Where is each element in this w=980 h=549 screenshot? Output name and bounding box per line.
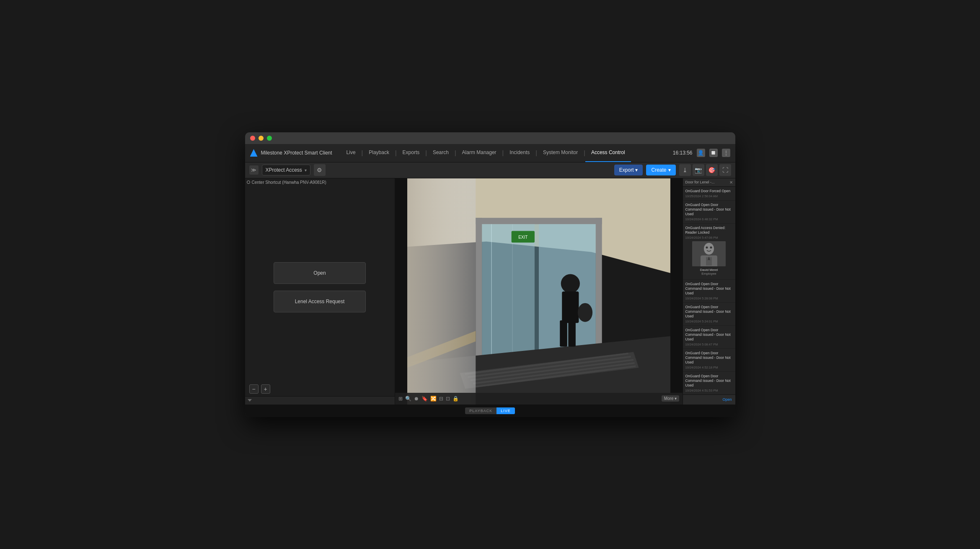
event-time: 10/24/2024 6:48:32 PM bbox=[685, 217, 733, 221]
right-events-panel: Door for Lenel -... ✕ OnGuard Door Force… bbox=[683, 178, 735, 405]
title-bar bbox=[245, 132, 735, 144]
svg-rect-3 bbox=[476, 218, 482, 370]
svg-point-20 bbox=[561, 274, 579, 293]
right-panel-footer: Open bbox=[683, 394, 735, 405]
account-icon[interactable]: 🔲 bbox=[709, 149, 718, 157]
left-panel: Center Shortcut (Hanwha PNV-A9081R) Open… bbox=[245, 178, 395, 405]
nav-item-live[interactable]: Live bbox=[341, 144, 362, 162]
event-title: OnGuard Open Door Command Issued - Door … bbox=[685, 328, 733, 342]
event-time: 10/24/2024 5:47:08 PM bbox=[685, 236, 733, 240]
app-title: Milestone XProtect Smart Client bbox=[261, 150, 332, 156]
panel-bottom-indicator bbox=[245, 396, 395, 405]
svg-point-28 bbox=[704, 243, 714, 255]
cam-icon-5[interactable]: 🔀 bbox=[430, 396, 437, 402]
nav-item-exports[interactable]: Exports bbox=[397, 144, 426, 162]
more-button[interactable]: More ▾ bbox=[662, 395, 679, 402]
live-badge[interactable]: LIVE bbox=[496, 407, 515, 414]
nav-item-playback[interactable]: Playback bbox=[363, 144, 395, 162]
event-time: 10/24/2024 4:51:53 PM bbox=[685, 389, 733, 392]
export-button[interactable]: Export ▾ bbox=[614, 165, 643, 175]
action-buttons-area: Open Lenel Access Request bbox=[245, 178, 395, 396]
expand-panel-button[interactable]: ≫ bbox=[249, 165, 259, 175]
cam-icon-7[interactable]: ⊡ bbox=[446, 396, 450, 402]
chevron-down-icon: ▾ bbox=[305, 168, 307, 173]
svg-rect-21 bbox=[562, 291, 579, 323]
right-panel-header: Door for Lenel -... ✕ bbox=[683, 178, 735, 187]
cam-icon-1[interactable]: ⊞ bbox=[398, 396, 403, 402]
camera-scene-svg: EXIT bbox=[395, 178, 683, 405]
event-item[interactable]: OnGuard Open Door Command Issued - Door … bbox=[683, 372, 735, 394]
event-item[interactable]: OnGuard Open Door Command Issued - Door … bbox=[683, 349, 735, 372]
event-title: OnGuard Open Door Command Issued - Door … bbox=[685, 282, 733, 296]
fullscreen-icon[interactable]: ⛶ bbox=[719, 164, 731, 176]
event-time: 10/24/2024 4:52:18 PM bbox=[685, 366, 733, 369]
event-time: 10/24/2024 5:08:47 PM bbox=[685, 343, 733, 346]
event-title: OnGuard Open Door Command Issued - Door … bbox=[685, 203, 733, 217]
view-select-text: XProtect Access bbox=[266, 167, 302, 173]
person-role: Employee bbox=[685, 272, 733, 276]
minimize-button[interactable] bbox=[259, 136, 264, 141]
events-list: OnGuard Door Forced Open 10/25/2024 2:56… bbox=[683, 187, 735, 394]
nav-menu: Live | Playback | Exports | Search | Ala… bbox=[341, 144, 673, 162]
event-item[interactable]: OnGuard Door Forced Open 10/25/2024 2:56… bbox=[683, 187, 735, 201]
nav-item-search[interactable]: Search bbox=[427, 144, 455, 162]
camera-bottom-bar: ⊞ 🔍 ⏺ 🔖 🔀 ⊟ ⊡ 🔒 More ▾ bbox=[395, 393, 683, 405]
open-footer-button[interactable]: Open bbox=[722, 397, 732, 402]
nav-item-system-monitor[interactable]: System Monitor bbox=[537, 144, 584, 162]
event-time: 10/24/2024 5:24:01 PM bbox=[685, 320, 733, 323]
event-item[interactable]: OnGuard Open Door Command Issued - Door … bbox=[683, 280, 735, 303]
svg-rect-23 bbox=[568, 320, 576, 347]
more-options-icon[interactable]: ⋮ bbox=[722, 149, 730, 157]
clock-display: 16:13:56 bbox=[673, 150, 693, 156]
cam-icon-6[interactable]: ⊟ bbox=[439, 396, 443, 402]
user-settings-icon[interactable]: 👤 bbox=[697, 149, 705, 157]
event-title: OnGuard Open Door Command Issued - Door … bbox=[685, 305, 733, 319]
event-time: 10/24/2024 5:28:08 PM bbox=[685, 296, 733, 300]
toolbar-row: ≫ XProtect Access ▾ ⚙ Export ▾ Create ▾ … bbox=[245, 162, 735, 178]
cam-icon-lock[interactable]: 🔒 bbox=[453, 396, 459, 402]
event-item[interactable]: OnGuard Open Door Command Issued - Door … bbox=[683, 326, 735, 349]
event-title: OnGuard Open Door Command Issued - Door … bbox=[685, 374, 733, 388]
nav-item-incidents[interactable]: Incidents bbox=[504, 144, 535, 162]
bottom-bar: PLAYBACK LIVE bbox=[245, 405, 735, 417]
svg-point-31 bbox=[710, 246, 712, 248]
svg-text:EXIT: EXIT bbox=[518, 235, 527, 240]
event-title: OnGuard Open Door Command Issued - Door … bbox=[685, 351, 733, 365]
event-item-with-photo[interactable]: OnGuard Access Denied: Reader Locked 10/… bbox=[683, 224, 735, 280]
settings-icon[interactable]: ⚙ bbox=[314, 164, 326, 176]
event-title: OnGuard Door Forced Open bbox=[685, 189, 733, 193]
open-door-button[interactable]: Open bbox=[274, 262, 366, 284]
zoom-in-button[interactable]: + bbox=[261, 384, 270, 394]
camera-label: Center Shortcut (Hanwha PNV-A9081R) bbox=[247, 180, 326, 185]
camera-feed[interactable]: EXIT bbox=[395, 178, 683, 405]
svg-rect-22 bbox=[560, 320, 567, 347]
panel-close-icon[interactable]: ✕ bbox=[729, 180, 733, 185]
cam-icon-2[interactable]: 🔍 bbox=[405, 396, 411, 402]
app-chrome: Milestone XProtect Smart Client Live | P… bbox=[245, 144, 735, 417]
svg-rect-5 bbox=[476, 218, 602, 224]
top-bar: Milestone XProtect Smart Client Live | P… bbox=[245, 144, 735, 162]
app-logo bbox=[250, 149, 258, 157]
top-bar-right: 16:13:56 👤 🔲 ⋮ bbox=[673, 149, 730, 157]
cam-icon-4[interactable]: 🔖 bbox=[421, 396, 428, 402]
view-selector[interactable]: XProtect Access ▾ bbox=[262, 165, 310, 175]
event-item[interactable]: OnGuard Open Door Command Issued - Door … bbox=[683, 201, 735, 224]
panel-header-title: Door for Lenel -... bbox=[685, 180, 715, 184]
cam-icon-3[interactable]: ⏺ bbox=[414, 396, 419, 402]
event-title: OnGuard Access Denied: Reader Locked bbox=[685, 226, 733, 235]
person-name: David Merel bbox=[685, 268, 733, 272]
collapse-indicator bbox=[248, 399, 252, 402]
ptz-icon[interactable]: 🎯 bbox=[706, 164, 718, 176]
nav-item-access-control[interactable]: Access Control bbox=[585, 144, 631, 162]
lenel-access-button[interactable]: Lenel Access Request bbox=[274, 291, 366, 312]
snapshot-icon[interactable]: 📷 bbox=[693, 164, 704, 176]
create-button[interactable]: Create ▾ bbox=[646, 165, 675, 175]
nav-item-alarm-manager[interactable]: Alarm Manager bbox=[456, 144, 502, 162]
camera-indicator bbox=[247, 180, 250, 184]
close-button[interactable] bbox=[250, 136, 255, 141]
zoom-out-button[interactable]: − bbox=[249, 384, 259, 394]
maximize-button[interactable] bbox=[267, 136, 272, 141]
playback-badge[interactable]: PLAYBACK bbox=[465, 407, 496, 414]
event-item[interactable]: OnGuard Open Door Command Issued - Door … bbox=[683, 303, 735, 326]
move-icon[interactable]: ⤓ bbox=[679, 164, 691, 176]
